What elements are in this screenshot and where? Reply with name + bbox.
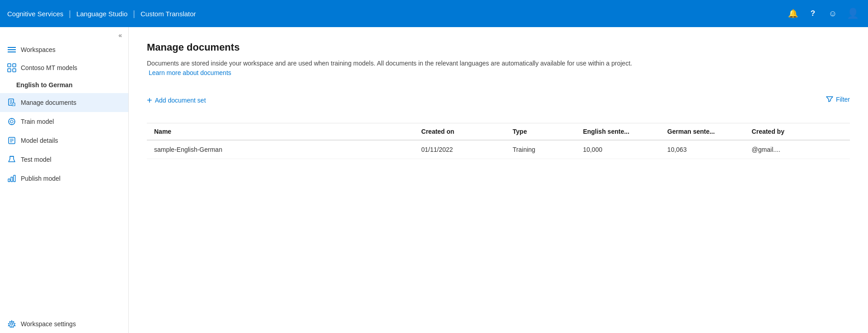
filter-label: Filter	[836, 96, 850, 103]
cell-created-by: @gmail....	[745, 140, 850, 159]
user-icon: 👤	[847, 8, 859, 19]
manage-documents-icon	[7, 98, 16, 107]
svg-rect-6	[13, 69, 16, 72]
col-header-english-sentences: English sente...	[576, 123, 660, 140]
sidebar-item-model-details[interactable]: Model details	[0, 131, 128, 150]
publish-model-icon	[7, 174, 16, 183]
sidebar-item-publish-model[interactable]: Publish model	[0, 169, 128, 188]
top-nav: Cognitive Services | Language Studio | C…	[0, 0, 868, 27]
sidebar-item-label-contoso: Contoso MT models	[21, 64, 121, 71]
table-row[interactable]: sample-English-German 01/11/2022 Trainin…	[147, 140, 850, 159]
feedback-icon: ☺	[829, 9, 837, 19]
sidebar: « Workspaces Co	[0, 27, 129, 333]
page-title: Manage documents	[147, 42, 850, 53]
nav-separator-2: |	[133, 9, 135, 19]
cell-name: sample-English-German	[147, 140, 414, 159]
add-document-set-label: Add document set	[155, 97, 206, 104]
app-layout: « Workspaces Co	[0, 27, 868, 333]
cell-type: Training	[506, 140, 576, 159]
plus-icon: +	[147, 96, 152, 105]
user-button[interactable]: 👤	[845, 5, 861, 22]
svg-rect-4	[13, 64, 16, 67]
main-content: Manage documents Documents are stored in…	[129, 27, 868, 333]
col-header-german-sentences: German sente...	[660, 123, 745, 140]
table-header-row: Name Created on Type English sente... Ge…	[147, 123, 850, 140]
sidebar-item-train-model[interactable]: Train model	[0, 112, 128, 131]
brand-custom-translator[interactable]: Custom Translator	[141, 10, 196, 18]
page-description: Documents are stored inside your workspa…	[147, 59, 644, 78]
feedback-button[interactable]: ☺	[825, 5, 841, 22]
contoso-mt-icon	[7, 63, 16, 72]
sidebar-item-label-workspace-settings: Workspace settings	[21, 320, 121, 328]
svg-rect-23	[8, 179, 10, 182]
sidebar-item-label-test-model: Test model	[21, 156, 52, 163]
svg-rect-1	[8, 49, 16, 50]
filter-button[interactable]: Filter	[826, 95, 850, 104]
sidebar-item-workspace-settings[interactable]: Workspace settings	[0, 315, 128, 333]
svg-point-13	[10, 120, 13, 123]
svg-rect-24	[11, 177, 13, 182]
sidebar-item-manage-documents[interactable]: Manage documents	[0, 93, 128, 112]
sidebar-item-workspaces[interactable]: Workspaces	[0, 41, 128, 59]
workspaces-icon	[7, 45, 16, 54]
top-nav-right: 🔔 ? ☺ 👤	[785, 5, 861, 22]
col-header-name: Name	[147, 123, 414, 140]
col-header-type: Type	[506, 123, 576, 140]
sidebar-item-english-to-german[interactable]: English to German	[0, 77, 128, 93]
col-header-created-by: Created by	[745, 123, 850, 140]
sidebar-item-label-manage-docs: Manage documents	[21, 99, 76, 106]
svg-rect-5	[8, 69, 11, 72]
workspace-settings-icon	[7, 319, 16, 328]
sidebar-collapse-button[interactable]: «	[0, 27, 128, 41]
help-button[interactable]: ?	[805, 5, 821, 22]
brand-language-studio[interactable]: Language Studio	[76, 10, 127, 18]
cell-created-on: 01/11/2022	[414, 140, 505, 159]
col-header-created-on: Created on	[414, 123, 505, 140]
documents-table: Name Created on Type English sente... Ge…	[147, 123, 850, 159]
sidebar-item-label-model-details: Model details	[21, 137, 58, 144]
sidebar-item-label-train-model: Train model	[21, 118, 54, 125]
sidebar-item-label-publish-model: Publish model	[21, 175, 61, 182]
svg-point-26	[11, 323, 13, 325]
add-document-set-button[interactable]: + Add document set	[147, 96, 206, 105]
cell-german-sentences: 10,063	[660, 140, 745, 159]
english-to-german-label: English to German	[16, 81, 72, 89]
filter-icon	[826, 95, 833, 104]
description-text: Documents are stored inside your workspa…	[147, 60, 632, 67]
sidebar-item-label-workspaces: Workspaces	[21, 46, 121, 53]
svg-rect-0	[8, 47, 16, 48]
test-model-icon	[7, 155, 16, 164]
brand-group: Cognitive Services | Language Studio | C…	[7, 9, 196, 19]
learn-more-link[interactable]: Learn more about documents	[149, 69, 231, 76]
svg-rect-25	[14, 175, 15, 182]
svg-point-12	[9, 118, 15, 125]
model-details-icon	[7, 136, 16, 145]
brand-cognitive-services[interactable]: Cognitive Services	[7, 10, 63, 18]
cell-english-sentences: 10,000	[576, 140, 660, 159]
svg-rect-3	[8, 64, 11, 67]
train-model-icon	[7, 117, 16, 126]
bell-icon: 🔔	[788, 9, 798, 19]
nav-separator-1: |	[69, 9, 71, 19]
svg-rect-2	[8, 52, 16, 52]
collapse-icon: «	[118, 32, 122, 39]
sidebar-item-contoso-mt-models[interactable]: Contoso MT models	[0, 59, 128, 77]
sidebar-item-test-model[interactable]: Test model	[0, 150, 128, 169]
notifications-button[interactable]: 🔔	[785, 5, 801, 22]
help-icon: ?	[811, 9, 815, 18]
